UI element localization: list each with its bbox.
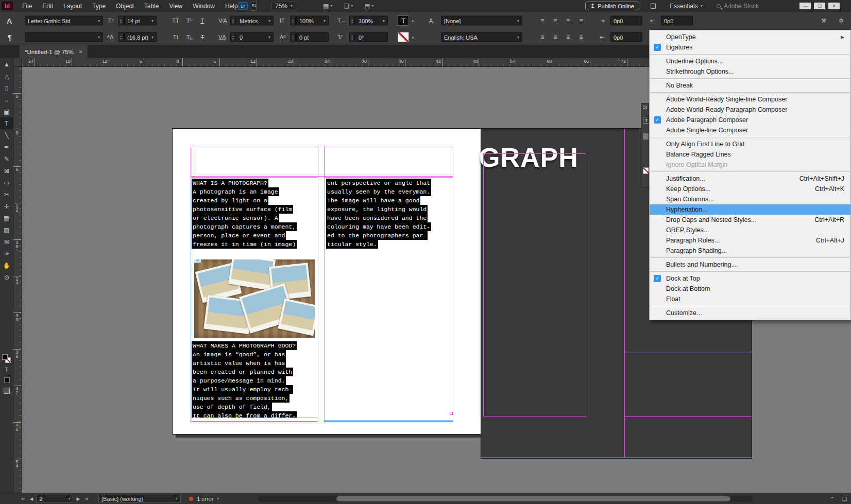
horizontal-scale-stepper[interactable]: ▴▾ (349, 16, 355, 26)
page-left[interactable]: WHAT IS A PHOTOGRAPH?A photograph is an … (173, 129, 481, 434)
justify-all-button[interactable]: ≡ (576, 32, 586, 42)
minimize-button[interactable]: — (799, 3, 811, 9)
menu-item-adobe-single-line-composer[interactable]: Adobe Single-line Composer (650, 125, 850, 135)
justify-left-button[interactable]: ≡ (537, 32, 548, 42)
preflight-profile-select[interactable]: [Basic] (working)▾ (98, 495, 181, 503)
zoom-tool[interactable]: ⊙ (0, 271, 13, 283)
align-left-button[interactable]: ≡ (537, 16, 548, 25)
menu-item-keep-options[interactable]: Keep Options...Ctrl+Alt+K (650, 184, 850, 194)
vertical-scale-stepper[interactable]: ▴▾ (290, 16, 296, 26)
text-line[interactable]: colouring may have been edit- (326, 222, 431, 231)
text-line[interactable]: exposure, the lighting would (326, 205, 428, 214)
text-line[interactable]: a purpose/message in mind. (192, 376, 286, 385)
text-line[interactable]: artistic value when is has (192, 359, 286, 368)
previous-page-button[interactable]: ◀ (29, 496, 35, 501)
first-page-button[interactable]: ⇤ (21, 496, 27, 501)
text-line[interactable]: been created or planned with (192, 368, 293, 376)
text-line[interactable]: ticular style. (326, 240, 378, 249)
tracking-stepper[interactable]: ▴▾ (230, 32, 236, 42)
page-tool[interactable]: ▯ (0, 82, 13, 94)
expand-arrow-icon[interactable]: ▸ (412, 19, 414, 23)
stock-button[interactable]: St (251, 1, 257, 11)
next-page-button[interactable]: ▶ (75, 496, 81, 501)
first-line-indent-field[interactable]: 0p0 (661, 16, 693, 26)
menu-item-justification[interactable]: Justification...Ctrl+Alt+Shift+J (650, 173, 850, 184)
ruler-vertical[interactable]: 6061218243036424854 (13, 67, 22, 493)
text-line[interactable]: use of depth of field, (192, 403, 272, 411)
eyedropper-tool[interactable]: ✑ (0, 248, 13, 259)
menu-item-hyphenation[interactable]: Hyphenation... (650, 204, 850, 215)
text-line[interactable]: photosensitive surface (film (192, 205, 293, 214)
text-column-2[interactable]: ent perspective or angle thatusually see… (326, 179, 454, 251)
swatch-gray[interactable] (643, 133, 649, 140)
align-right-button[interactable]: ≡ (563, 16, 573, 25)
menu-item-dock-at-top[interactable]: ✓Dock at Top (650, 273, 850, 284)
menu-item-span-columns[interactable]: Span Columns... (650, 194, 850, 204)
leading-stepper[interactable]: ▴▾ (118, 32, 124, 42)
maximize-button[interactable]: ❏ (814, 3, 825, 9)
horizontal-scrollbar[interactable] (258, 496, 753, 502)
collapsed-panel-dock[interactable]: St T (641, 103, 649, 187)
text-line[interactable]: ent perspective or angle that (326, 179, 431, 187)
menu-window[interactable]: Window (188, 0, 220, 12)
character-color-proxy[interactable]: T (398, 15, 409, 26)
line-tool[interactable]: ╲ (0, 129, 13, 141)
text-line[interactable]: WHAT MAKES A PHOTOGRAPH GOOD? (192, 341, 297, 350)
free-transform-tool[interactable]: ✛ (0, 200, 13, 212)
superscript-button[interactable]: T¹ (183, 15, 195, 26)
text-line[interactable]: or electronic sensor). A (192, 214, 279, 222)
font-family-select[interactable]: Letter Gothic Std▾ (25, 16, 103, 26)
menu-object[interactable]: Object (111, 0, 139, 12)
vertical-scale-field[interactable]: 100%▾ (296, 16, 329, 26)
menu-item-ligatures[interactable]: ✓Ligatures (650, 42, 850, 53)
justify-button[interactable]: ≡ (576, 16, 586, 25)
close-button[interactable]: ✕ (828, 3, 840, 9)
align-center-button[interactable]: ≡ (550, 16, 560, 25)
small-caps-button[interactable]: Tt (170, 32, 181, 42)
text-line[interactable]: A photograph is an image (192, 187, 279, 196)
menu-layout[interactable]: Layout (58, 0, 87, 12)
gear-icon[interactable]: ⚙ (839, 18, 844, 24)
text-line[interactable]: An image is “good”, or has (192, 350, 286, 359)
text-column-1-block-1[interactable]: WHAT IS A PHOTOGRAPH?A photograph is an … (192, 179, 318, 249)
rectangle-tool[interactable]: ▭ (0, 177, 13, 188)
tracking-field[interactable]: 0▾ (236, 32, 274, 42)
language-select[interactable]: English: USA▾ (441, 32, 522, 42)
menu-file[interactable]: File (17, 0, 37, 12)
subscript-button[interactable]: T₁ (183, 32, 195, 42)
pages-view-icon[interactable]: ❏ (842, 496, 847, 502)
stroke-color-proxy[interactable] (398, 32, 409, 42)
fill-stroke-proxy[interactable] (2, 354, 11, 363)
frame-handle[interactable] (450, 412, 453, 415)
adobe-stock-search[interactable]: Adobe Stock (717, 3, 759, 10)
menu-edit[interactable]: Edit (37, 0, 58, 12)
font-size-stepper[interactable]: ▴▾ (118, 16, 124, 26)
leading-field[interactable]: (16.8 pt)▾ (124, 32, 157, 42)
text-line[interactable]: person, place or event and (192, 231, 286, 240)
type-tool[interactable]: T (0, 117, 13, 129)
menu-item-grep-styles[interactable]: GREP Styles... (650, 225, 850, 235)
right-indent-field[interactable]: 0p0 (610, 32, 642, 42)
menu-view[interactable]: View (164, 0, 188, 12)
content-collector-tool[interactable]: ▣ (0, 106, 13, 117)
font-size-field[interactable]: 14 pt▾ (124, 16, 157, 26)
horizontal-scale-field[interactable]: 100%▾ (355, 16, 388, 26)
menu-item-adobe-world-ready-paragraph-composer[interactable]: Adobe World-Ready Paragraph Composer (650, 105, 850, 115)
kerning-field[interactable]: Metrics▾ (236, 16, 274, 26)
menu-item-paragraph-shading[interactable]: Paragraph Shading... (650, 246, 850, 256)
apply-color-button[interactable] (4, 377, 10, 383)
baseline-shift-stepper[interactable]: ▴▾ (290, 32, 296, 42)
menu-item-adobe-paragraph-composer[interactable]: ✓Adobe Paragraph Composer (650, 115, 850, 125)
text-line[interactable]: ed to the photographers par- (326, 231, 428, 240)
text-line[interactable]: usually seen by the everyman. (326, 187, 431, 196)
menu-item-only-align-first-line-to-grid[interactable]: Only Align First Line to Grid (650, 139, 850, 149)
text-line[interactable]: freezes it in time (in image) (192, 240, 297, 249)
quick-apply-icon[interactable]: ⚒ (821, 18, 826, 24)
last-page-button[interactable]: ⇥ (83, 496, 89, 501)
skew-field[interactable]: 0° (355, 32, 388, 42)
kerning-stepper[interactable]: ▴▾ (230, 16, 236, 26)
text-line[interactable]: niques such as composition, (192, 394, 290, 403)
text-line[interactable]: The image will have a good (326, 196, 420, 205)
text-line[interactable]: It will usually employ tech- (192, 385, 293, 394)
gap-tool[interactable]: ↔ (0, 94, 13, 106)
